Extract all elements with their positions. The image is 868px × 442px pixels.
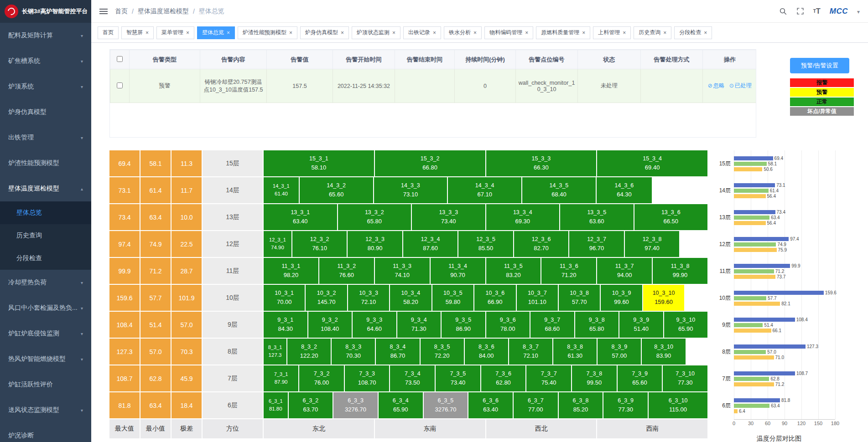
footer-label: 最小值 [140,419,171,438]
tab-出铁记录[interactable]: 出铁记录× [403,26,441,39]
sidebar-item[interactable]: 热风炉智能燃烧模型▾ [0,346,91,372]
cells-area: 10_3_170.0010_3_2145.7010_3_372.1010_3_4… [264,285,707,311]
alarm-row: 预警铸钢冷却壁20.757测温点10_3_10温度值157.5157.52022… [110,69,757,103]
direction-label-西北: 西北 [486,419,597,438]
temp-cell-value: 66.30 [534,163,549,172]
sidebar-item[interactable]: 炉身仿真模型 [0,99,91,125]
temp-cell-value: 73.50 [405,378,420,387]
font-size-icon[interactable] [813,7,821,15]
tab-label: 菜单管理 [161,29,183,36]
sidebar-item[interactable]: 出铁管理▾ [0,125,91,150]
cells-area: 7_3_187.907_3_276.007_3_3108.707_3_473.5… [264,365,707,391]
layer-label: 6层 [203,392,263,418]
chevron-down-icon: ▾ [81,59,83,64]
temp-cell-id: 12_3_1 [269,236,286,244]
sidebar-item[interactable]: 矿焦槽系统▾ [0,48,91,74]
temp-cell-value: 61.30 [567,351,582,360]
sidebar-item[interactable]: 壁体温度巡检模型▴ [0,176,91,201]
tab-铁水分析[interactable]: 铁水分析× [444,26,482,39]
sidebar-menu: 配料及矩阵计算▾矿焦槽系统▾炉顶系统▾炉身仿真模型出铁管理▾炉渣性能预测模型壁体… [0,23,91,442]
select-all-checkbox[interactable] [117,56,123,62]
tab-首页[interactable]: 首页 [98,26,119,39]
tab-菜单管理[interactable]: 菜单管理× [156,26,194,39]
tab-close-icon[interactable]: × [525,30,528,36]
tab-分段检查[interactable]: 分段检查× [674,26,712,39]
alarm-cell-value: 157.5 [267,69,333,103]
tab-智慧屏[interactable]: 智慧屏× [121,26,154,39]
temp-cell-11_3_8: 11_3_899.90 [653,258,707,284]
sidebar-item[interactable]: 配料及矩阵计算▾ [0,23,91,48]
bar-series-yellow [734,355,774,360]
temp-cell-value: 73.10 [403,190,418,199]
temp-cell-id: 7_3_2 [314,370,330,378]
bar-series-green [734,189,769,193]
tab-原燃料质量管理[interactable]: 原燃料质量管理× [536,26,590,39]
sidebar-subitem[interactable]: 分段检查 [0,247,91,270]
tab-close-icon[interactable]: × [473,30,477,36]
tab-close-icon[interactable]: × [704,30,707,36]
footer-label: 极差 [172,419,202,438]
tab-close-icon[interactable]: × [623,30,626,36]
sidebar-item[interactable]: 炉缸活跃性评价 [0,372,91,397]
tab-壁体总览[interactable]: 壁体总览× [197,26,235,39]
temp-cell-value: 86.90 [456,324,471,334]
fullscreen-icon[interactable] [796,7,804,15]
sidebar-item[interactable]: 炉缸炉底侵蚀监测▾ [0,321,91,346]
breadcrumb-item[interactable]: 首页 [115,7,128,15]
tab-close-icon[interactable]: × [663,30,666,36]
bar-series-blue [734,291,824,295]
heatmap-row-7层: 108.762.845.97层7_3_187.907_3_276.007_3_3… [109,365,707,391]
tab-label: 智慧屏 [126,29,143,36]
dropdown-caret-icon[interactable] [857,7,860,15]
alarm-column-header: 告警处理方式 [641,50,703,69]
tab-上料管理[interactable]: 上料管理× [593,26,631,39]
stat-min-cell: 57.0 [140,339,171,365]
stat-min-cell: 62.8 [140,365,171,391]
stat-max-cell: 108.4 [109,312,140,338]
tab-炉渣性能预测模型[interactable]: 炉渣性能预测模型× [238,26,297,39]
temp-cell-14_3_4: 14_3_467.10 [448,177,521,203]
alarm-settings-button[interactable]: 预警/告警设置 [790,58,849,73]
tab-close-icon[interactable]: × [146,30,149,36]
bar-row: 159.6 [734,291,852,295]
sidebar-subitem[interactable]: 壁体总览 [0,201,91,224]
chart-bars: 73.463.456.4 [734,210,852,225]
topbar: 首页/壁体温度巡检模型/壁体总览 MCC [91,0,868,23]
sidebar-subitem[interactable]: 历史查询 [0,224,91,247]
sidebar-item[interactable]: 送风状态监测模型▾ [0,397,91,423]
temp-cell-9_3_10: 9_3_1065.90 [664,312,708,338]
search-icon[interactable] [779,7,787,15]
temp-cell-13_3_2: 13_3_265.80 [338,204,411,230]
tab-close-icon[interactable]: × [186,30,189,36]
temp-cell-15_3_3: 15_3_366.30 [486,150,597,176]
temp-cell-value: 61.40 [275,190,288,198]
tab-label: 物料编码管理 [489,29,522,36]
sidebar-toggle-icon[interactable] [99,7,108,15]
tab-历史查询[interactable]: 历史查询× [634,26,671,39]
tab-close-icon[interactable]: × [433,30,436,36]
sidebar-item[interactable]: 炉顶系统▾ [0,74,91,99]
tab-close-icon[interactable]: × [392,30,395,36]
temp-cell-value: 75.40 [541,378,556,387]
tab-炉顶状态监测[interactable]: 炉顶状态监测× [352,26,400,39]
handled-action-link[interactable]: ⊙已处理 [729,82,752,89]
tab-close-icon[interactable]: × [289,30,292,36]
tab-close-icon[interactable]: × [227,30,230,36]
sidebar-item[interactable]: 炉况诊断 [0,423,91,442]
tab-close-icon[interactable]: × [582,30,585,36]
tab-炉身仿真模型[interactable]: 炉身仿真模型× [300,26,349,39]
chart-group-15层: 15层69.458.150.6 [714,150,855,177]
temp-cell-14_3_3: 14_3_373.10 [374,177,447,203]
sidebar-item[interactable]: 冷却壁热负荷▾ [0,270,91,295]
bar-row: 6.4 [734,409,852,413]
tab-close-icon[interactable]: × [341,30,344,36]
breadcrumb-item[interactable]: 壁体温度巡检模型 [138,7,189,15]
stat-range-cell: 101.9 [172,285,202,311]
sidebar-item[interactable]: 炉渣性能预测模型 [0,150,91,176]
ignore-action-link[interactable]: ⊘忽略 [708,82,725,89]
tab-label: 分段检查 [679,29,701,36]
heatmap-footer: 最大值最小值极差方位东北东南西北西南 [109,419,707,438]
tab-物料编码管理[interactable]: 物料编码管理× [484,26,533,39]
row-checkbox[interactable] [117,82,123,88]
sidebar-item[interactable]: 风口中小套检漏及热负...▾ [0,295,91,321]
